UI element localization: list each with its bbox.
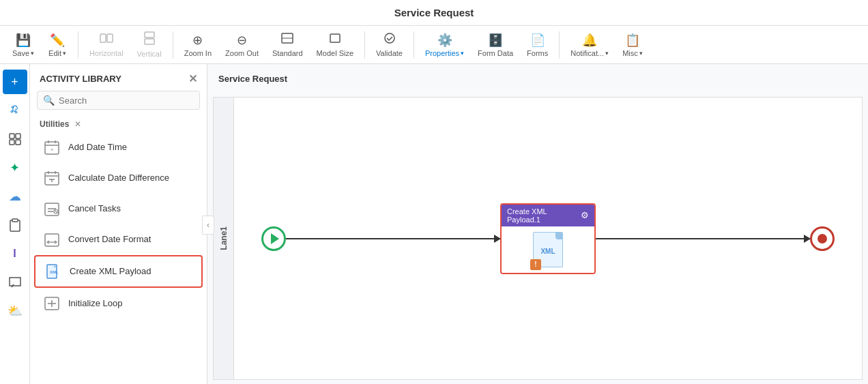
end-node[interactable] (810, 226, 835, 251)
divider-3 (364, 31, 365, 59)
toolbar-formdata[interactable]: 🗄️ Form Data (472, 30, 519, 60)
zoomout-icon: ⊖ (237, 33, 247, 48)
svg-rect-1 (107, 34, 113, 42)
lane-label-text: Lane1 (219, 226, 229, 250)
initialize-loop-icon (42, 294, 61, 313)
sidebar-btn-chat[interactable] (3, 270, 27, 295)
cancel-tasks-icon (42, 199, 61, 218)
activity-node-title: Create XML Payload.1 (507, 207, 581, 224)
activity-node-gear-icon[interactable]: ⚙ (581, 210, 589, 220)
calculate-date-diff-icon (42, 168, 61, 188)
warning-badge: ! (530, 259, 541, 270)
title-bar: Service Request (0, 0, 868, 26)
save-icon: 💾 (16, 33, 31, 48)
toolbar-standard[interactable]: Standard (267, 29, 308, 60)
formdata-label: Form Data (478, 49, 513, 57)
toolbar-save[interactable]: 💾 Save ▾ (7, 30, 40, 60)
svg-rect-19 (45, 173, 59, 185)
close-panel-button[interactable]: ✕ (188, 72, 197, 85)
flow-arrow-end (596, 238, 810, 239)
modelsize-label: Model Size (317, 49, 353, 57)
sidebar-btn-puzzle[interactable] (3, 98, 27, 123)
horizontal-icon (100, 32, 113, 48)
activity-list: + Add Date Time Calculate Date Differenc… (30, 132, 207, 384)
toolbar-horizontal: Horizontal (84, 29, 129, 60)
activity-item-create-xml-payload[interactable]: XML Create XML Payload (34, 255, 203, 288)
horizontal-label: Horizontal (89, 49, 124, 57)
misc-icon: 📋 (625, 33, 640, 48)
toolbar: 💾 Save ▾ ✏️ Edit ▾ Horizontal Vertical (0, 26, 868, 64)
activity-item-calculate-date-diff[interactable]: Calculate Date Difference (34, 163, 203, 193)
lane-label: Lane1 (214, 98, 234, 379)
notif-label: Notificat... (570, 49, 604, 57)
activity-node-body: XML ! (502, 226, 594, 273)
activity-item-add-date-time[interactable]: + Add Date Time (34, 132, 203, 162)
lane-container: Lane1 Create XML Payload.1 ⚙ (213, 97, 863, 380)
formdata-icon: 🗄️ (488, 33, 503, 48)
toolbar-validate[interactable]: Validate (371, 29, 408, 60)
save-dropdown-arrow: ▾ (31, 50, 34, 57)
edit-label: Edit (48, 49, 61, 57)
toolbar-properties[interactable]: ⚙️ Properties ▾ (420, 30, 469, 60)
zoomin-label: Zoom In (184, 49, 212, 57)
toolbar-misc[interactable]: 📋 Misc ▾ (617, 30, 648, 60)
zoomout-label: Zoom Out (225, 49, 259, 57)
svg-rect-9 (16, 134, 20, 138)
svg-point-7 (385, 33, 394, 43)
sidebar-btn-letter-i[interactable]: I (3, 241, 27, 266)
activity-item-cancel-tasks[interactable]: Cancel Tasks (34, 194, 203, 224)
sidebar-btn-plus[interactable]: + (3, 70, 27, 94)
flow-area: Create XML Payload.1 ⚙ XML ! (234, 98, 862, 379)
search-box[interactable]: 🔍 (37, 91, 200, 110)
category-label: Utilities ✕ (30, 115, 207, 132)
toolbar-forms[interactable]: 📄 Forms (521, 30, 553, 60)
svg-rect-11 (16, 140, 20, 145)
toolbar-notif[interactable]: 🔔 Notificat... ▾ (565, 30, 614, 60)
toolbar-zoomout[interactable]: ⊖ Zoom Out (220, 30, 264, 60)
sidebar-btn-cloud2[interactable]: ⛅ (3, 299, 27, 323)
calculate-date-diff-label: Calculate Date Difference (68, 173, 169, 184)
activity-item-convert-date-format[interactable]: Convert Date Format (34, 224, 203, 254)
stop-icon (818, 234, 827, 243)
forms-label: Forms (527, 49, 548, 57)
activity-library-title: ACTIVITY LIBRARY (40, 74, 121, 84)
search-input[interactable] (59, 95, 194, 106)
svg-rect-2 (145, 32, 154, 38)
sidebar-btn-clipboard[interactable] (3, 213, 27, 237)
save-label: Save (12, 49, 29, 57)
collapse-panel-button[interactable]: ‹ (202, 216, 214, 235)
svg-rect-3 (145, 39, 154, 44)
validate-icon (383, 32, 396, 48)
activity-item-initialize-loop[interactable]: Initialize Loop (34, 289, 203, 319)
toolbar-modelsize[interactable]: Model Size (311, 29, 359, 60)
svg-text:XML: XML (50, 270, 59, 274)
divider-4 (414, 31, 414, 59)
svg-text:+: + (50, 147, 54, 153)
properties-icon: ⚙️ (437, 33, 452, 48)
canvas-area: Service Request Lane1 Create XML Payload… (207, 64, 868, 384)
svg-rect-6 (330, 34, 340, 42)
canvas-label: Service Request (218, 74, 287, 84)
add-date-time-label: Add Date Time (68, 142, 127, 153)
toolbar-edit[interactable]: ✏️ Edit ▾ (42, 30, 72, 60)
activity-panel: ACTIVITY LIBRARY ✕ 🔍 Utilities ✕ + Add D… (30, 64, 207, 384)
forms-icon: 📄 (530, 33, 545, 48)
properties-dropdown-arrow: ▾ (461, 50, 464, 57)
validate-label: Validate (376, 49, 403, 57)
toolbar-vertical: Vertical (132, 29, 167, 61)
svg-rect-26 (45, 234, 59, 246)
sidebar-btn-slack[interactable]: ✦ (3, 156, 27, 180)
edit-dropdown-arrow: ▾ (63, 50, 66, 57)
start-node[interactable] (261, 226, 286, 251)
activity-node-create-xml[interactable]: Create XML Payload.1 ⚙ XML ! (500, 203, 596, 274)
svg-rect-0 (100, 34, 106, 42)
toolbar-zoomin[interactable]: ⊕ Zoom In (179, 30, 217, 60)
notif-dropdown-arrow: ▾ (605, 50, 609, 57)
sidebar-btn-grid[interactable] (3, 127, 27, 151)
svg-rect-13 (12, 219, 18, 222)
divider-5 (559, 31, 560, 59)
svg-line-25 (55, 211, 57, 213)
notif-icon: 🔔 (582, 33, 597, 48)
misc-dropdown-arrow: ▾ (639, 50, 643, 57)
sidebar-btn-cloud[interactable]: ☁ (3, 184, 27, 209)
